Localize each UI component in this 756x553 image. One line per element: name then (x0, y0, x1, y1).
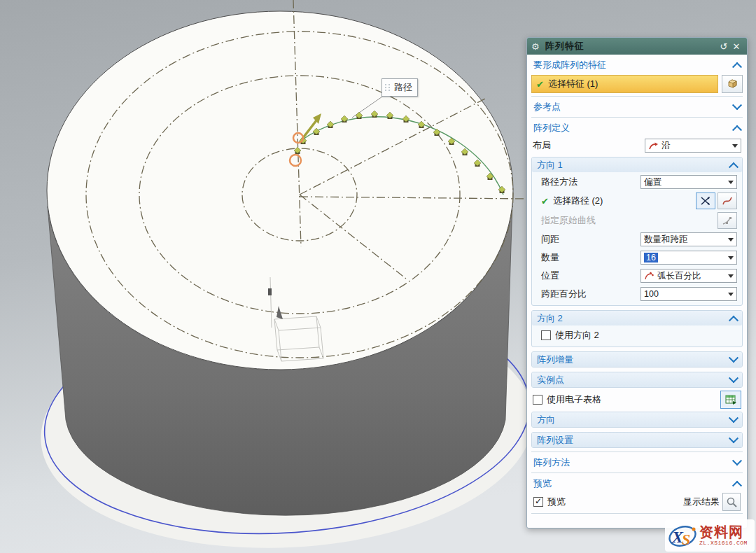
edit-spreadsheet-button[interactable] (720, 391, 741, 409)
orientation-label: 方向 (537, 414, 555, 426)
spacing-dropdown[interactable]: 数量和跨距 (640, 232, 737, 246)
watermark: X S 资料网 ZL.XS1616.COM (665, 519, 755, 552)
chevron-down-icon[interactable] (732, 456, 742, 465)
dropdown-arrow-icon (728, 274, 734, 278)
select-feature-label: 选择特征 (1) (548, 78, 598, 90)
path-method-value: 偏置 (644, 176, 662, 188)
show-result-label: 显示结果 (683, 496, 720, 508)
group-pattern-increment-header[interactable]: 阵列增量 (532, 352, 742, 367)
pattern-settings-label: 阵列设置 (537, 434, 573, 447)
group-direction-2-header[interactable]: 方向 2 (532, 311, 742, 326)
arc-length-percent-icon (644, 272, 654, 281)
feature-anchor-mark (268, 288, 272, 295)
spacing-value: 数量和跨距 (644, 234, 688, 246)
specify-original-curve-label: 指定原始曲线 (541, 214, 718, 227)
tooltip-grip-icon (385, 84, 391, 91)
dropdown-arrow-icon (728, 256, 734, 260)
preview-checkbox[interactable]: ✓ (533, 497, 543, 507)
check-icon: ✔ (541, 196, 549, 206)
checkbox-tick-icon: ✓ (535, 497, 542, 505)
along-path-icon (648, 141, 659, 150)
use-spreadsheet-label: 使用电子表格 (547, 393, 720, 406)
position-value: 弧长百分比 (657, 270, 701, 282)
path-tooltip[interactable]: 路径 (382, 78, 418, 97)
specify-original-curve-button[interactable] (718, 212, 737, 229)
instance-points-label: 实例点 (537, 374, 564, 386)
group-direction-2: 方向 2 使用方向 2 (531, 310, 743, 347)
magnifier-icon (726, 496, 738, 508)
group-pattern-settings: 阵列设置 (531, 432, 743, 448)
direction-2-label: 方向 2 (537, 312, 563, 325)
spacing-label: 间距 (541, 233, 640, 246)
crossed-arrows-icon (700, 196, 711, 206)
chevron-up-icon[interactable] (729, 315, 738, 325)
watermark-site-name: 资料网 (699, 525, 748, 539)
watermark-xs-logo: X S (667, 522, 698, 550)
section-pattern-definition[interactable]: 阵列定义 (531, 120, 743, 136)
feature-box-button[interactable] (722, 75, 743, 93)
pattern-increment-label: 阵列增量 (537, 354, 573, 366)
group-direction-1: 方向 1 路径方法 偏置 ✔ 选择路径 (2) (531, 157, 743, 306)
dialog-menu-gear-icon[interactable]: ⚙ (531, 41, 540, 52)
use-direction-2-label: 使用方向 2 (555, 329, 737, 342)
path-method-label: 路径方法 (541, 176, 640, 188)
group-orientation-header[interactable]: 方向 (532, 412, 742, 427)
select-feature-row[interactable]: ✔ 选择特征 (1) (531, 75, 718, 93)
section-features-label: 要形成阵列的特征 (533, 59, 606, 71)
spreadsheet-icon (724, 394, 737, 405)
chevron-down-icon[interactable] (729, 353, 738, 363)
position-dropdown[interactable]: 弧长百分比 (640, 269, 737, 283)
count-input[interactable]: 16 (640, 251, 737, 265)
group-pattern-increment: 阵列增量 (531, 351, 743, 368)
count-label: 数量 (541, 251, 640, 264)
group-instance-points: 实例点 (531, 372, 743, 388)
chevron-up-icon[interactable] (732, 125, 742, 135)
stop-at-intersection-button[interactable] (696, 192, 715, 209)
dialog-reset-icon[interactable]: ↺ (718, 41, 730, 52)
chevron-down-icon[interactable] (729, 433, 738, 443)
dropdown-arrow-icon (728, 293, 734, 296)
dialog-body: 要形成阵列的特征 ✔ 选择特征 (1) 参考点 阵列定 (527, 55, 747, 528)
chevron-down-icon[interactable] (729, 373, 738, 383)
chevron-down-icon[interactable] (729, 413, 738, 423)
layout-label: 布局 (533, 139, 645, 152)
dropdown-arrow-icon (728, 181, 734, 184)
svg-text:S: S (682, 531, 690, 548)
direction-1-label: 方向 1 (537, 159, 563, 172)
section-pattern-definition-label: 阵列定义 (533, 122, 570, 134)
span-percent-input[interactable]: 100 (640, 287, 737, 301)
use-spreadsheet-checkbox[interactable] (533, 395, 542, 405)
section-pattern-method[interactable]: 阵列方法 (531, 454, 743, 471)
curve-rule-button[interactable] (718, 192, 737, 209)
spline-curve-icon (722, 196, 733, 206)
layout-value: 沿 (662, 140, 671, 152)
show-result-button[interactable] (722, 493, 741, 511)
section-reference-point[interactable]: 参考点 (531, 99, 743, 115)
chevron-up-icon[interactable] (732, 481, 742, 491)
chevron-down-icon[interactable] (732, 100, 742, 110)
group-instance-points-header[interactable]: 实例点 (532, 372, 742, 387)
dialog-close-icon[interactable]: ✕ (730, 41, 743, 52)
section-pattern-method-label: 阵列方法 (533, 456, 570, 469)
section-features-to-pattern[interactable]: 要形成阵列的特征 (531, 57, 743, 74)
dropdown-arrow-icon (732, 144, 738, 148)
dialog-title: 阵列特征 (545, 40, 718, 52)
span-percent-value: 100 (644, 289, 659, 299)
section-preview[interactable]: 预览 (531, 475, 743, 492)
group-orientation: 方向 (531, 412, 743, 428)
use-direction-2-checkbox[interactable] (541, 330, 551, 340)
chevron-up-icon[interactable] (732, 62, 742, 72)
layout-dropdown[interactable]: 沿 (645, 139, 741, 153)
path-method-dropdown[interactable]: 偏置 (640, 175, 737, 189)
section-reference-point-label: 参考点 (533, 101, 561, 113)
check-icon: ✔ (536, 79, 544, 90)
section-preview-label: 预览 (533, 477, 552, 490)
dialog-title-bar[interactable]: ⚙ 阵列特征 ↺ ✕ (527, 38, 747, 55)
preview-checkbox-label: 预览 (547, 496, 683, 508)
chevron-up-icon[interactable] (729, 162, 738, 172)
curve-points-icon (722, 216, 733, 225)
group-direction-1-header[interactable]: 方向 1 (532, 158, 742, 172)
group-pattern-settings-header[interactable]: 阵列设置 (532, 433, 742, 447)
dropdown-arrow-icon (728, 238, 734, 241)
pattern-feature-dialog: ⚙ 阵列特征 ↺ ✕ 要形成阵列的特征 ✔ 选择特征 (1) (526, 37, 748, 528)
